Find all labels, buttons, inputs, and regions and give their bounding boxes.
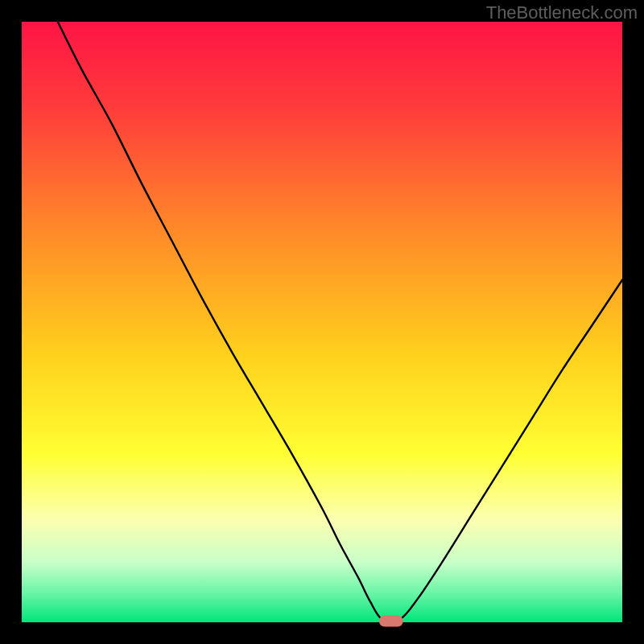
- bottleneck-chart: [0, 0, 644, 644]
- chart-container: TheBottleneck.com: [0, 0, 644, 644]
- minimum-marker: [379, 616, 403, 627]
- plot-background: [22, 22, 622, 622]
- attribution-text: TheBottleneck.com: [486, 2, 638, 23]
